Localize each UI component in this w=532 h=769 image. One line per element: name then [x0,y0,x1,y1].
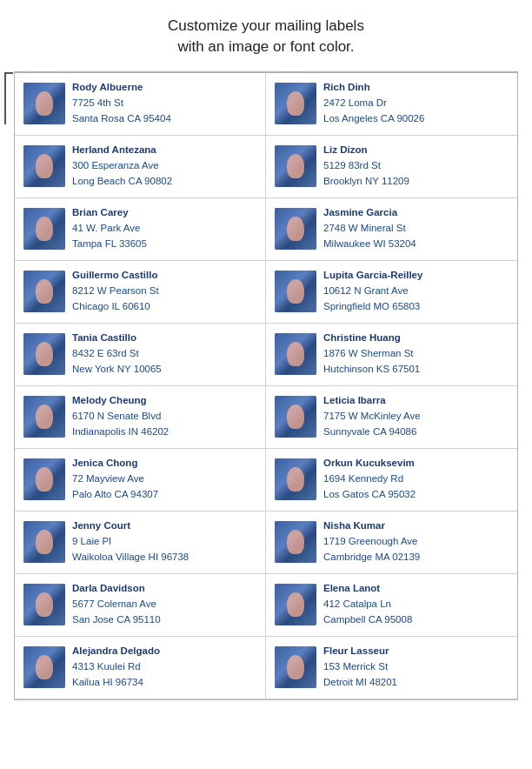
label-cell: Guillermo Castillo8212 W Pearson StChica… [15,261,266,324]
label-cell: Rody Albuerne7725 4th StSanta Rosa CA 95… [15,73,266,136]
label-address2: Milwaukee WI 53204 [323,237,509,252]
label-image [23,646,65,688]
label-address1: 1719 Greenough Ave [323,534,509,550]
label-image [23,396,65,438]
label-name: Jasmine Garcia [323,205,509,221]
label-name: Tania Castillo [72,331,256,346]
label-image [23,145,65,187]
label-address2: Brooklyn NY 11209 [323,174,509,190]
label-image [23,208,65,250]
label-text: Orkun Kucuksevim1694 Kennedy RdLos Gatos… [323,456,509,502]
label-name: Alejandra Delgado [72,644,256,659]
labels-grid: Rody Albuerne7725 4th StSanta Rosa CA 95… [15,72,517,699]
label-address2: Palo Alto CA 94307 [72,487,256,503]
label-address1: 72 Mayview Ave [72,471,256,487]
label-address1: 300 Esperanza Ave [72,158,256,174]
label-address1: 412 Catalpa Ln [323,597,509,612]
label-name: Liz Dizon [323,143,509,158]
label-text: Tania Castillo8432 E 63rd StNew York NY … [72,331,256,377]
label-name: Jenny Court [72,518,256,534]
label-name: Jenica Chong [72,456,256,471]
label-name: Nisha Kumar [323,518,509,534]
label-text: Rody Albuerne7725 4th StSanta Rosa CA 95… [72,80,256,126]
label-name: Christine Huang [323,331,509,346]
label-address1: 7725 4th St [72,96,256,111]
label-text: Darla Davidson5677 Coleman AveSan Jose C… [72,581,256,627]
label-text: Alejandra Delgado4313 Kuulei RdKailua HI… [72,644,256,690]
label-cell: Jenica Chong72 Mayview AvePalo Alto CA 9… [15,449,266,512]
label-text: Leticia Ibarra7175 W McKinley AveSunnyva… [323,393,509,439]
label-name: Herland Antezana [72,143,256,158]
label-cell: Elena Lanot412 Catalpa LnCampbell CA 950… [266,574,517,637]
label-address2: Kailua HI 96734 [72,675,256,691]
label-address2: Detroit MI 48201 [323,675,509,691]
label-cell: Alejandra Delgado4313 Kuulei RdKailua HI… [15,637,266,699]
label-text: Brian Carey41 W. Park AveTampa FL 33605 [72,205,256,251]
label-cell: Tania Castillo8432 E 63rd StNew York NY … [15,324,266,386]
label-image [275,145,316,187]
label-image [23,584,65,625]
label-image [275,584,316,625]
label-address2: Santa Rosa CA 95404 [72,111,256,127]
label-address1: 4313 Kuulei Rd [72,659,256,675]
label-address2: New York NY 10065 [72,362,256,378]
label-image [275,646,316,688]
label-address1: 10612 N Grant Ave [323,284,509,299]
label-address2: Long Beach CA 90802 [72,174,256,190]
label-image [275,458,316,500]
label-address1: 2748 W Mineral St [323,221,509,237]
label-address2: Waikoloa Village HI 96738 [72,550,256,565]
label-cell: Jenny Court9 Laie PlWaikoloa Village HI … [15,512,266,574]
label-text: Jasmine Garcia2748 W Mineral StMilwaukee… [323,205,509,251]
label-name: Darla Davidson [72,581,256,597]
label-text: Elena Lanot412 Catalpa LnCampbell CA 950… [323,581,509,627]
label-name: Orkun Kucuksevim [323,456,509,471]
label-address2: Indianapolis IN 46202 [72,425,256,440]
label-image [23,458,65,500]
label-image [23,83,65,124]
label-name: Guillermo Castillo [72,268,256,284]
label-address1: 1694 Kennedy Rd [323,471,509,487]
label-address2: San Jose CA 95110 [72,612,256,628]
label-cell: Lupita Garcia-Reilley10612 N Grant AveSp… [266,261,517,324]
label-name: Fleur Lasseur [323,644,509,659]
label-address1: 153 Merrick St [323,659,509,675]
label-address2: Campbell CA 95008 [323,612,509,628]
label-address1: 8212 W Pearson St [72,284,256,299]
label-image [23,333,65,375]
label-address1: 7175 W McKinley Ave [323,409,509,425]
label-address2: Sunnyvale CA 94086 [323,425,509,440]
label-address1: 6170 N Senate Blvd [72,409,256,425]
label-address1: 5129 83rd St [323,158,509,174]
label-text: Jenica Chong72 Mayview AvePalo Alto CA 9… [72,456,256,502]
label-text: Rich Dinh2472 Loma DrLos Angeles CA 9002… [323,80,509,126]
label-address2: Springfield MO 65803 [323,299,509,315]
label-image [275,333,316,375]
label-image [275,83,316,124]
label-address1: 8432 E 63rd St [72,346,256,362]
label-cell: Christine Huang1876 W Sherman StHutchins… [266,324,517,386]
label-name: Rody Albuerne [72,80,256,96]
label-cell: Melody Cheung6170 N Senate BlvdIndianapo… [15,386,266,449]
label-address1: 9 Laie Pl [72,534,256,550]
label-text: Jenny Court9 Laie PlWaikoloa Village HI … [72,518,256,565]
label-image [275,208,316,250]
label-cell: Nisha Kumar1719 Greenough AveCambridge M… [266,512,517,574]
label-text: Nisha Kumar1719 Greenough AveCambridge M… [323,518,509,565]
label-name: Brian Carey [72,205,256,221]
label-address2: Los Gatos CA 95032 [323,487,509,503]
label-cell: Brian Carey41 W. Park AveTampa FL 33605 [15,198,266,261]
label-image [275,271,316,312]
bracket-indicator [4,72,13,124]
label-address1: 5677 Coleman Ave [72,597,256,612]
label-cell: Rich Dinh2472 Loma DrLos Angeles CA 9002… [266,73,517,136]
label-cell: Orkun Kucuksevim1694 Kennedy RdLos Gatos… [266,449,517,512]
page-container: Rody Albuerne7725 4th StSanta Rosa CA 95… [14,71,518,700]
label-address2: Los Angeles CA 90026 [323,111,509,127]
label-text: Christine Huang1876 W Sherman StHutchins… [323,331,509,377]
label-cell: Jasmine Garcia2748 W Mineral StMilwaukee… [266,198,517,261]
label-text: Fleur Lasseur153 Merrick StDetroit MI 48… [323,644,509,690]
label-cell: Leticia Ibarra7175 W McKinley AveSunnyva… [266,386,517,449]
label-address2: Chicago IL 60610 [72,299,256,315]
label-address1: 1876 W Sherman St [323,346,509,362]
